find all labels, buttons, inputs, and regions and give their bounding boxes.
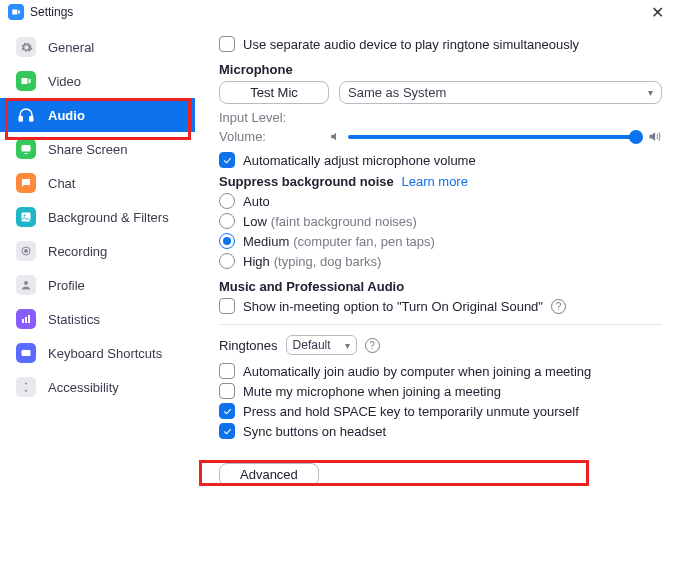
- checkbox-auto-adjust-volume[interactable]: [219, 152, 235, 168]
- app-icon: [8, 4, 24, 20]
- content-pane: Use separate audio device to play ringto…: [195, 24, 680, 561]
- sidebar-item-general[interactable]: General: [0, 30, 195, 64]
- chevron-down-icon: ▾: [345, 340, 350, 351]
- volume-label: Volume:: [219, 129, 329, 144]
- label-auto-adjust-volume: Automatically adjust microphone volume: [243, 153, 476, 168]
- checkbox-space-to-unmute[interactable]: [219, 403, 235, 419]
- sidebar-item-label: Share Screen: [48, 142, 128, 157]
- window-title: Settings: [30, 5, 73, 19]
- sidebar-item-label: General: [48, 40, 94, 55]
- divider: [219, 324, 662, 325]
- radio-suppress-low[interactable]: [219, 213, 235, 229]
- label-original-sound: Show in-meeting option to "Turn On Origi…: [243, 299, 543, 314]
- radio-suppress-medium[interactable]: [219, 233, 235, 249]
- label-auto-join-audio: Automatically join audio by computer whe…: [243, 364, 591, 379]
- checkbox-original-sound[interactable]: [219, 298, 235, 314]
- chat-icon: [16, 173, 36, 193]
- svg-rect-11: [22, 350, 31, 356]
- music-pro-audio-header: Music and Professional Audio: [219, 279, 662, 294]
- sidebar-item-accessibility[interactable]: Accessibility: [0, 370, 195, 404]
- sidebar-item-statistics[interactable]: Statistics: [0, 302, 195, 336]
- sidebar-item-recording[interactable]: Recording: [0, 234, 195, 268]
- share-screen-icon: [16, 139, 36, 159]
- sidebar-item-share-screen[interactable]: Share Screen: [0, 132, 195, 166]
- chevron-down-icon: ▾: [648, 87, 653, 98]
- video-icon: [16, 71, 36, 91]
- hint-suppress-medium: (computer fan, pen taps): [293, 234, 435, 249]
- radio-suppress-auto[interactable]: [219, 193, 235, 209]
- sidebar-item-label: Keyboard Shortcuts: [48, 346, 162, 361]
- close-button[interactable]: ✕: [643, 3, 672, 22]
- ringtones-label: Ringtones: [219, 338, 278, 353]
- gear-icon: [16, 37, 36, 57]
- sidebar-item-video[interactable]: Video: [0, 64, 195, 98]
- svg-rect-0: [19, 117, 22, 122]
- sidebar-item-label: Recording: [48, 244, 107, 259]
- svg-point-4: [24, 215, 26, 217]
- radio-suppress-high[interactable]: [219, 253, 235, 269]
- sidebar-item-audio[interactable]: Audio: [0, 98, 195, 132]
- sidebar-item-label: Profile: [48, 278, 85, 293]
- ringtones-value: Default: [293, 338, 331, 352]
- svg-point-12: [25, 383, 27, 385]
- checkbox-sync-headset[interactable]: [219, 423, 235, 439]
- svg-rect-8: [22, 319, 24, 323]
- help-icon[interactable]: ?: [365, 338, 380, 353]
- svg-rect-10: [28, 315, 30, 323]
- volume-slider[interactable]: [348, 135, 641, 139]
- sidebar-item-chat[interactable]: Chat: [0, 166, 195, 200]
- sidebar-item-background-filters[interactable]: Background & Filters: [0, 200, 195, 234]
- accessibility-icon: [16, 377, 36, 397]
- label-suppress-medium: Medium: [243, 234, 289, 249]
- sidebar-item-keyboard-shortcuts[interactable]: Keyboard Shortcuts: [0, 336, 195, 370]
- checkbox-separate-audio-device[interactable]: [219, 36, 235, 52]
- keyboard-icon: [16, 343, 36, 363]
- headphones-icon: [16, 105, 36, 125]
- sidebar: General Video Audio Share Screen Chat Ba…: [0, 24, 195, 561]
- checkbox-auto-join-audio[interactable]: [219, 363, 235, 379]
- statistics-icon: [16, 309, 36, 329]
- input-level-label: Input Level:: [219, 110, 329, 125]
- recording-icon: [16, 241, 36, 261]
- svg-rect-2: [22, 145, 31, 152]
- sidebar-item-label: Video: [48, 74, 81, 89]
- hint-suppress-low: (faint background noises): [271, 214, 417, 229]
- help-icon[interactable]: ?: [551, 299, 566, 314]
- svg-point-7: [24, 281, 28, 285]
- label-suppress-high: High: [243, 254, 270, 269]
- label-space-to-unmute: Press and hold SPACE key to temporarily …: [243, 404, 579, 419]
- checkbox-mute-on-join[interactable]: [219, 383, 235, 399]
- test-mic-button[interactable]: Test Mic: [219, 81, 329, 104]
- sidebar-item-label: Accessibility: [48, 380, 119, 395]
- label-suppress-low: Low: [243, 214, 267, 229]
- microphone-device-value: Same as System: [348, 85, 446, 100]
- label-separate-audio-device: Use separate audio device to play ringto…: [243, 37, 579, 52]
- label-sync-headset: Sync buttons on headset: [243, 424, 386, 439]
- suppress-noise-header: Suppress background noise: [219, 174, 394, 189]
- microphone-header: Microphone: [219, 62, 662, 77]
- titlebar: Settings ✕: [0, 0, 680, 24]
- label-mute-on-join: Mute my microphone when joining a meetin…: [243, 384, 501, 399]
- advanced-button[interactable]: Advanced: [219, 463, 319, 486]
- speaker-high-icon: [647, 129, 662, 144]
- hint-suppress-high: (typing, dog barks): [274, 254, 382, 269]
- ringtones-select[interactable]: Default ▾: [286, 335, 357, 355]
- learn-more-link[interactable]: Learn more: [401, 174, 467, 189]
- sidebar-item-label: Statistics: [48, 312, 100, 327]
- svg-rect-1: [30, 117, 33, 122]
- svg-rect-9: [25, 317, 27, 323]
- background-icon: [16, 207, 36, 227]
- sidebar-item-profile[interactable]: Profile: [0, 268, 195, 302]
- microphone-device-select[interactable]: Same as System ▾: [339, 81, 662, 104]
- sidebar-item-label: Audio: [48, 108, 85, 123]
- sidebar-item-label: Background & Filters: [48, 210, 169, 225]
- profile-icon: [16, 275, 36, 295]
- sidebar-item-label: Chat: [48, 176, 75, 191]
- label-suppress-auto: Auto: [243, 194, 270, 209]
- speaker-low-icon: [329, 130, 342, 143]
- svg-point-6: [24, 249, 28, 253]
